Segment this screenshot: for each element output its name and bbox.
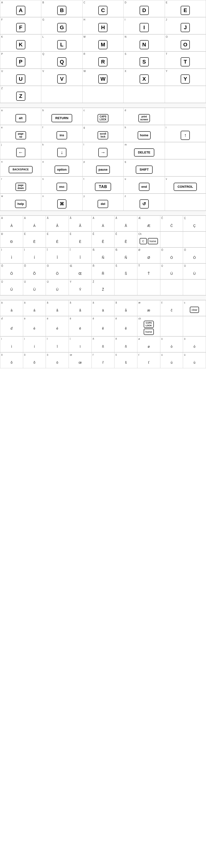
key-refresh: ↺	[140, 199, 149, 209]
key-J: J	[181, 23, 190, 32]
key-cell-page-up: e pageup	[0, 125, 41, 142]
key-label-P: P	[1, 53, 3, 56]
char-cell-o-circ: ô ô	[0, 352, 23, 368]
key-label-K: K	[1, 35, 3, 38]
key-label-I: I	[125, 19, 125, 21]
key-label-u: u	[125, 178, 126, 181]
key-left-arrow: ←	[16, 148, 25, 157]
key-cell-up-arrow: i ↑	[165, 125, 206, 142]
key-H: H	[98, 23, 107, 32]
accent-upper-row-4: Ô Ô Õ Õ Ö Ö Œ Œ Ř Ř Š Š Ť Ť	[0, 264, 206, 279]
char-cell-O-circ-upper: Ô Ô	[0, 264, 23, 279]
char-cell-e-macron: ē ē	[69, 316, 92, 336]
key-cell-X: X X	[124, 69, 165, 86]
empty-cell-3	[124, 86, 165, 103]
key-caps-lock-small: CAPSLOCK	[144, 321, 154, 328]
char-cell-Y-acute-upper: Ý Ý	[69, 280, 92, 295]
key-P: P	[16, 57, 25, 66]
key-K: K	[16, 40, 25, 49]
char-cell-i-acute: í í	[23, 337, 46, 352]
char-cell-E-grave-upper: È È	[69, 232, 92, 247]
key-C: C	[98, 6, 107, 15]
key-cell-del: y del	[82, 194, 124, 211]
key-label-Z: Z	[1, 87, 3, 90]
key-cell-G: G G	[41, 18, 82, 34]
key-cell-cmd: x ⌘	[41, 194, 82, 211]
key-cell-U: U U	[0, 69, 41, 86]
char-cell-A-ring-upper: Å Å	[114, 216, 137, 231]
key-cell-pause: p pause	[82, 159, 124, 177]
char-cell-e-circ: ê ê	[114, 316, 137, 336]
char-cell-A-uml-upper: Ä Ä	[92, 216, 115, 231]
key-label-h: h	[125, 126, 126, 129]
key-label-z: z	[125, 195, 126, 198]
uppercase-row-5: U U V V W W X X Y Y	[0, 69, 206, 86]
special-row-4: n BACKSPACE o option p pause q SHIFT	[0, 159, 206, 177]
key-label-T: T	[166, 53, 167, 56]
special-row-5: r pagedown s esc t TAB u end v CONTROL	[0, 177, 206, 193]
char-cell-A-acute-upper: Á Á	[23, 216, 46, 231]
key-X: X	[140, 74, 149, 84]
key-label-i: i	[166, 126, 166, 129]
key-label-S: S	[125, 53, 126, 56]
key-label-R: R	[83, 53, 85, 56]
char-cell-o-tilde: õ õ	[23, 352, 46, 368]
key-label-D: D	[125, 1, 126, 4]
key-label-O: O	[166, 35, 168, 38]
char-cell-s-caron: š š	[114, 352, 137, 368]
key-cell-J: J J	[165, 18, 206, 34]
key-cell-home: h home	[124, 125, 165, 142]
key-label-f: f	[42, 126, 43, 129]
special-row-2: e pageup f ins g scrolllock h home i ↑	[0, 125, 206, 142]
key-cell-E: E E	[165, 0, 206, 17]
char-cell-o-grave: ò ò	[160, 337, 183, 352]
key-label-Y: Y	[166, 70, 168, 73]
key-end: end	[139, 183, 149, 191]
key-label-J: J	[166, 19, 167, 21]
key-label-H: H	[83, 19, 85, 21]
key-shift: SHIFT	[136, 165, 152, 174]
key-T: T	[181, 57, 190, 66]
char-cell-U-circ-upper: Û Û	[0, 280, 23, 295]
key-cell-A: A A	[0, 0, 41, 17]
char-cell-ae: æ æ	[137, 300, 160, 316]
accent-lower-row-3: ì ì í í î î ï ï ñ ñ ñ ñ ø ø	[0, 336, 206, 352]
char-cell-C-cedilla-upper: Ç Ç	[183, 216, 206, 231]
char-cell-a-circ: â â	[46, 300, 69, 316]
special-row-6: w help x ⌘ y del z ↺	[0, 193, 206, 211]
key-cell-B: B B	[41, 0, 82, 17]
empty-accent-upper-5-2	[137, 280, 160, 295]
key-cell-P: P P	[0, 52, 41, 69]
char-cell-o-stroke: ø ø	[137, 337, 160, 352]
char-cell-O-stroke-upper: Ø Ø	[137, 248, 160, 264]
key-page-down: pagedown	[15, 183, 26, 191]
key-page-up: pageup	[15, 131, 26, 140]
key-del: del	[98, 200, 108, 208]
empty-cell-4	[165, 86, 206, 103]
key-label-g: g	[83, 126, 85, 129]
key-label-B: B	[42, 1, 44, 4]
key-delete: DELETE	[134, 148, 154, 157]
key-cell-F: F F	[0, 18, 41, 34]
accent-lower-row-4: ô ô õ õ ö ö œ œ ř ř š š ť ť	[0, 352, 206, 368]
key-cell-D: D D	[124, 0, 165, 17]
char-cell-Ch-upper: Ch C home	[137, 232, 160, 247]
key-label-W: W	[83, 70, 86, 73]
key-label-v: v	[166, 178, 167, 181]
char-cell-n-tilde2: ñ ñ	[114, 337, 137, 352]
key-cell-return: b RETURN	[41, 108, 82, 125]
key-C-small: C	[140, 238, 147, 244]
char-cell-E-acute-upper: É É	[46, 232, 69, 247]
section-divider-3	[0, 295, 206, 300]
key-cell-alt: a alt	[0, 108, 41, 125]
key-cell-W: W W	[82, 69, 124, 86]
char-cell-c-caron: č č	[160, 300, 183, 316]
char-cell-n-tilde: ñ ñ	[92, 337, 115, 352]
key-up-arrow: ↑	[181, 131, 190, 140]
key-label-X: X	[125, 70, 126, 73]
char-cell-e-acute: é é	[46, 316, 69, 336]
key-V: V	[57, 74, 66, 84]
key-home: home	[138, 131, 151, 140]
key-cell-print-screen: d printscreen	[124, 108, 165, 125]
key-cell-end: u end	[124, 177, 165, 193]
